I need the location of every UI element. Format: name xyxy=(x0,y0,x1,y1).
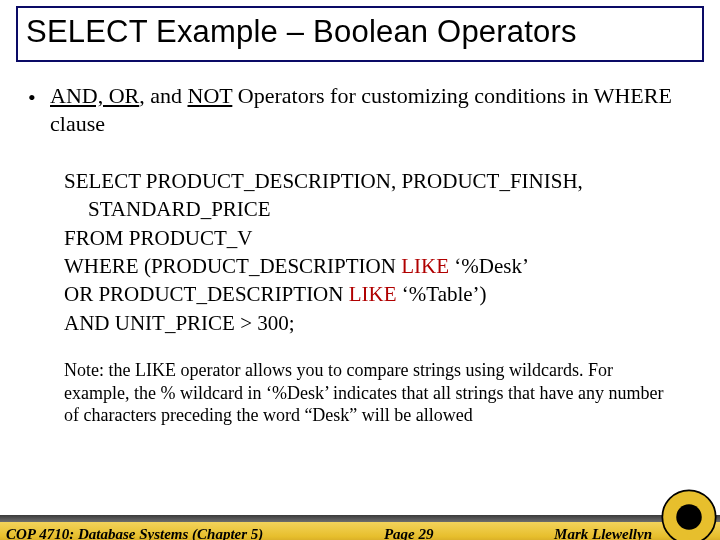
footer-page: Page 29 xyxy=(263,526,554,541)
slide: SELECT Example – Boolean Operators • AND… xyxy=(0,6,720,540)
sql-l4a: WHERE (PRODUCT_DESCRIPTION xyxy=(64,254,401,278)
content-area: • AND, OR, and NOT Operators for customi… xyxy=(0,64,720,427)
sql-block: SELECT PRODUCT_DESCRIPTION, PRODUCT_FINI… xyxy=(64,167,700,337)
sql-l5b: ‘%Table’) xyxy=(397,282,487,306)
bullet-underline-2: NOT xyxy=(188,83,233,108)
footer-bar: COP 4710: Database Systems (Chapter 5) P… xyxy=(0,522,720,540)
bullet-mid: , and xyxy=(139,83,187,108)
sql-l4b: ‘%Desk’ xyxy=(449,254,529,278)
sql-keyword-like-2: LIKE xyxy=(349,282,397,306)
footer-divider xyxy=(0,515,720,522)
svg-point-1 xyxy=(676,504,702,530)
sql-line-5: OR PRODUCT_DESCRIPTION LIKE ‘%Table’) xyxy=(64,280,700,308)
sql-l5a: OR PRODUCT_DESCRIPTION xyxy=(64,282,349,306)
bullet-item: • AND, OR, and NOT Operators for customi… xyxy=(28,82,700,137)
slide-title: SELECT Example – Boolean Operators xyxy=(26,14,694,50)
footer-author: Mark Llewellyn xyxy=(554,526,652,541)
footer: COP 4710: Database Systems (Chapter 5) P… xyxy=(0,512,720,540)
bullet-marker: • xyxy=(28,82,50,137)
sql-line-3: FROM PRODUCT_V xyxy=(64,224,700,252)
sql-keyword-like-1: LIKE xyxy=(401,254,449,278)
note-text: Note: the LIKE operator allows you to co… xyxy=(64,359,678,427)
bullet-underline-1: AND, OR xyxy=(50,83,139,108)
sql-line-4: WHERE (PRODUCT_DESCRIPTION LIKE ‘%Desk’ xyxy=(64,252,700,280)
sql-line-6: AND UNIT_PRICE > 300; xyxy=(64,309,700,337)
footer-course: COP 4710: Database Systems (Chapter 5) xyxy=(6,526,263,541)
title-box: SELECT Example – Boolean Operators xyxy=(16,6,704,62)
bullet-text: AND, OR, and NOT Operators for customizi… xyxy=(50,82,700,137)
sql-line-2: STANDARD_PRICE xyxy=(64,195,700,223)
sql-line-1: SELECT PRODUCT_DESCRIPTION, PRODUCT_FINI… xyxy=(64,167,700,195)
ucf-logo-icon xyxy=(660,488,718,540)
